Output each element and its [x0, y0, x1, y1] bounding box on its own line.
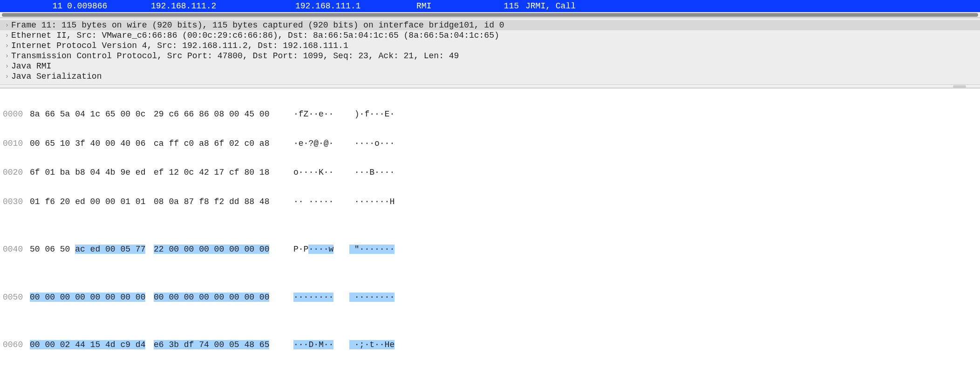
chevron-right-icon: › — [3, 73, 11, 80]
chevron-right-icon: › — [3, 52, 11, 60]
hex-row[interactable]: 0050 00 00 00 00 00 00 00 00 00 00 00 00… — [0, 292, 980, 303]
hex-offset: 0020 — [3, 167, 30, 178]
hex-bytes-2: e6 3b df 74 00 05 48 65 — [154, 340, 293, 350]
hex-offset: 0000 — [3, 109, 30, 120]
col-no: 11 — [2, 1, 67, 11]
hex-ascii-1: ·fZ··e·· — [293, 109, 349, 120]
packet-bytes-pane: 0000 8a 66 5a 04 1c 65 00 0c 29 c6 66 86… — [0, 88, 980, 368]
chevron-right-icon: › — [3, 32, 11, 39]
hex-bytes-2: ef 12 0c 42 17 cf 80 18 — [154, 167, 293, 178]
col-time: 0.009866 — [67, 1, 151, 11]
hex-ascii-2: "······· — [349, 244, 405, 255]
hex-row[interactable]: 0060 00 00 02 44 15 4d c9 d4 e6 3b df 74… — [0, 340, 980, 350]
hex-bytes-2: 00 00 00 00 00 00 00 00 — [154, 292, 293, 303]
hex-bytes-1: 8a 66 5a 04 1c 65 00 0c — [30, 109, 154, 120]
tree-label: Frame 11: 115 bytes on wire (920 bits), … — [11, 20, 504, 30]
packet-list-pane: 11 0.009866 192.168.111.2 192.168.111.1 … — [0, 0, 980, 18]
hex-ascii-2: ········ — [349, 292, 405, 303]
tree-row-ethernet[interactable]: › Ethernet II, Src: VMware_c6:66:86 (00:… — [0, 30, 980, 41]
tree-label: Java RMI — [11, 61, 51, 71]
tree-row-ip[interactable]: › Internet Protocol Version 4, Src: 192.… — [0, 41, 980, 51]
hex-bytes-1: 01 f6 20 ed 00 00 01 01 — [30, 197, 154, 207]
chevron-right-icon: › — [3, 62, 11, 70]
packet-row-selected[interactable]: 11 0.009866 192.168.111.2 192.168.111.1 … — [0, 0, 980, 12]
hex-row[interactable]: 0020 6f 01 ba b8 04 4b 9e ed ef 12 0c 42… — [0, 167, 980, 178]
hex-row[interactable]: 0040 50 06 50 ac ed 00 05 77 22 00 00 00… — [0, 244, 980, 255]
tree-row-java-serialization[interactable]: › Java Serialization — [0, 71, 980, 82]
hex-ascii-1: ········ — [293, 292, 349, 303]
hex-ascii-2: ·;·t··He — [349, 340, 405, 350]
hex-ascii-2: ····o··· — [349, 138, 405, 149]
chevron-right-icon: › — [3, 42, 11, 49]
hex-bytes-1: 00 00 02 44 15 4d c9 d4 — [30, 340, 154, 350]
scrollbar-thumb[interactable] — [2, 13, 978, 17]
hex-ascii-2: ·······H — [349, 197, 405, 207]
packet-list-scrollbar[interactable] — [0, 12, 980, 18]
hex-ascii-2: )·f···E· — [349, 109, 405, 120]
hex-ascii-1: P·P····w — [293, 244, 349, 255]
pane-resize-handle[interactable] — [0, 84, 980, 88]
hex-ascii-1: o····K·· — [293, 167, 349, 178]
tree-label: Java Serialization — [11, 72, 102, 81]
hex-row[interactable]: 0030 01 f6 20 ed 00 00 01 01 08 0a 87 f8… — [0, 197, 980, 207]
hex-bytes-2: 08 0a 87 f8 f2 dd 88 48 — [154, 197, 293, 207]
tree-label: Transmission Control Protocol, Src Port:… — [11, 51, 459, 61]
tree-label: Internet Protocol Version 4, Src: 192.16… — [11, 41, 348, 50]
hex-offset: 0010 — [3, 138, 30, 149]
col-source: 192.168.111.2 — [151, 1, 295, 11]
hex-bytes-2: ca ff c0 a8 6f 02 c0 a8 — [154, 138, 293, 149]
hex-ascii-1: ·· ····· — [293, 197, 349, 207]
hex-bytes-1: 00 65 10 3f 40 00 40 06 — [30, 138, 154, 149]
hex-bytes-2: 29 c6 66 86 08 00 45 00 — [154, 109, 293, 120]
tree-row-frame[interactable]: › Frame 11: 115 bytes on wire (920 bits)… — [0, 20, 980, 30]
tree-label: Ethernet II, Src: VMware_c6:66:86 (00:0c… — [11, 31, 499, 40]
chevron-right-icon: › — [3, 21, 11, 29]
hex-ascii-1: ···D·M·· — [293, 340, 349, 350]
hex-bytes-1: 50 06 50 ac ed 00 05 77 — [30, 244, 154, 255]
col-info: JRMI, Call — [524, 1, 980, 11]
hex-bytes-1: 00 00 00 00 00 00 00 00 — [30, 292, 154, 303]
packet-details-pane: › Frame 11: 115 bytes on wire (920 bits)… — [0, 18, 980, 84]
tree-row-tcp[interactable]: › Transmission Control Protocol, Src Por… — [0, 51, 980, 61]
hex-bytes-1: 6f 01 ba b8 04 4b 9e ed — [30, 167, 154, 178]
hex-offset: 0040 — [3, 244, 30, 255]
col-length: 115 — [486, 1, 524, 11]
tree-row-rmi[interactable]: › Java RMI — [0, 61, 980, 71]
hex-offset: 0030 — [3, 197, 30, 207]
hex-ascii-1: ·e·?@·@· — [293, 138, 349, 149]
hex-bytes-2: 22 00 00 00 00 00 00 00 — [154, 244, 293, 255]
hex-row[interactable]: 0000 8a 66 5a 04 1c 65 00 0c 29 c6 66 86… — [0, 109, 980, 120]
col-destination: 192.168.111.1 — [295, 1, 416, 11]
col-protocol: RMI — [416, 1, 486, 11]
hex-offset: 0060 — [3, 340, 30, 350]
hex-ascii-2: ···B···· — [349, 167, 405, 178]
hex-offset: 0050 — [3, 292, 30, 303]
hex-row[interactable]: 0010 00 65 10 3f 40 00 40 06 ca ff c0 a8… — [0, 138, 980, 149]
drag-handle-icon — [953, 85, 966, 88]
